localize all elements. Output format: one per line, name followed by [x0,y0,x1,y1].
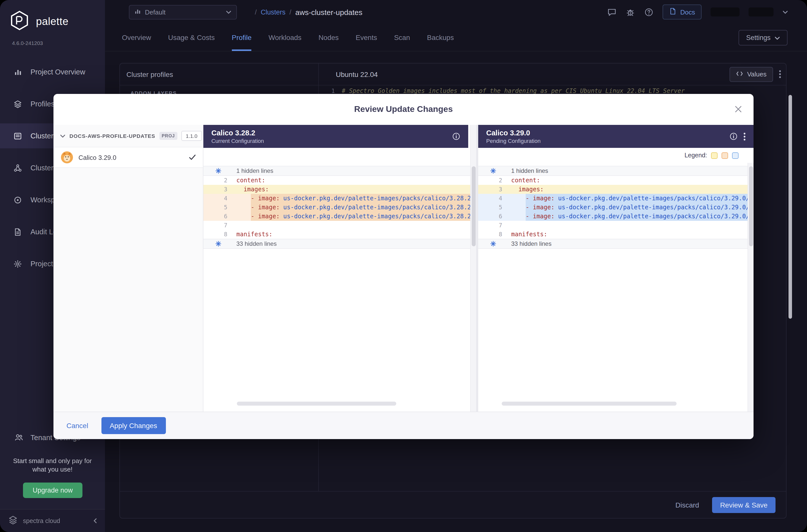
tab-profile[interactable]: Profile [231,24,251,51]
cluster-profiles-panel-title: Cluster profiles [120,63,318,85]
tab-backups[interactable]: Backups [427,24,454,51]
hidden-lines-row[interactable]: 33 hidden lines [478,239,753,249]
hidden-lines-row[interactable]: 1 hidden lines [203,166,476,176]
topbar: Default / Clusters / aws-cluster-updates… [105,0,807,24]
hidden-lines-row[interactable]: 1 hidden lines [478,166,753,176]
modal-body: DOCS-AWS-PROFILE-UPDATES PROJ 1.1.0 Cal [54,125,753,412]
brand-name: palette [36,16,69,27]
diff-line: 2 content: [478,176,753,185]
vertical-scrollbar[interactable] [470,125,476,412]
review-save-button[interactable]: Review & Save [712,497,775,513]
hidden-lines-row[interactable]: 33 hidden lines [203,239,476,249]
line-number: 3 [203,185,232,194]
modal-footer: Cancel Apply Changes [54,412,753,439]
scrollbar-thumb[interactable] [749,166,753,246]
apply-changes-button[interactable]: Apply Changes [101,417,166,434]
tab-usage-costs[interactable]: Usage & Costs [168,24,215,51]
modal-header: Review Update Changes [54,94,753,125]
expand-icon[interactable] [215,168,221,174]
values-button[interactable]: Values [730,67,773,82]
cluster-tabs-row: Overview Usage & Costs Profile Workloads… [105,24,807,52]
app-window: palette 4.6.0-241203 Project Overview Pr… [0,0,807,532]
settings-button[interactable]: Settings [738,30,788,45]
tab-nodes[interactable]: Nodes [319,24,339,51]
line-number: 4 [478,194,507,203]
current-pane-title: Calico 3.28.2 [211,129,264,137]
hidden-lines-label: 1 hidden lines [511,166,548,175]
upgrade-now-button[interactable]: Upgrade now [23,482,82,498]
diff-line: 7 [203,221,476,230]
pending-pane-code: 1 hidden lines 2 content: 3 images: 4 - … [478,163,753,412]
sidebar-item-label: Project Overview [31,68,85,76]
line-number: 8 [203,230,232,239]
current-pane-subtitle: Current Configuration [211,137,264,144]
docs-button[interactable]: Docs [663,4,701,19]
pack-list-item-calico[interactable]: Calico 3.29.0 [54,147,203,168]
line-number: 2 [203,176,232,185]
expand-icon[interactable] [490,168,496,174]
diff-line: 3 images: [203,185,476,194]
user-info-redacted[interactable] [711,7,739,17]
editor-line-number: 1 [319,88,342,94]
discard-button[interactable]: Discard [675,501,699,509]
tab-overview[interactable]: Overview [122,24,151,51]
pack-header: Ubuntu 22.04 Values [318,63,786,85]
bar-chart-mini-icon [134,8,141,16]
scrollbar-thumb[interactable] [472,166,476,246]
user-menu-chevron-icon[interactable] [783,10,788,14]
chat-icon[interactable] [607,7,617,17]
user-name-redacted[interactable] [749,7,773,17]
page-scrollbar[interactable] [789,95,792,319]
breadcrumb: / Clusters / aws-cluster-updates [255,8,362,16]
collapse-sidebar-icon[interactable] [93,518,97,524]
pack-kebab-menu-icon[interactable] [779,70,781,78]
modal-title: Review Update Changes [354,104,453,114]
vertical-scrollbar[interactable] [748,163,753,412]
layers-icon [13,99,22,109]
breadcrumb-separator: / [255,8,257,16]
tab-scan[interactable]: Scan [394,24,410,51]
legend-bar: Legend: [478,148,753,163]
expand-icon[interactable] [215,241,221,247]
legend-swatch-2 [732,152,738,158]
diff-line: 8 manifests: [203,230,476,239]
project-selector-value: Default [145,8,165,16]
tab-events[interactable]: Events [356,24,377,51]
close-icon[interactable] [735,106,742,112]
diff-line: 8 manifests: [478,230,753,239]
pending-pane-subtitle: Pending Configuration [486,137,541,144]
legend: Legend: [684,152,738,159]
chevron-down-icon[interactable] [60,134,65,138]
info-icon[interactable] [730,132,737,140]
profile-name: DOCS-AWS-PROFILE-UPDATES [70,133,155,139]
diff-line: 7 [478,221,753,230]
help-icon[interactable] [644,7,654,17]
tab-workloads[interactable]: Workloads [268,24,302,51]
info-icon[interactable] [452,132,460,140]
diff-line: 2 content: [203,176,476,185]
sidebar-item-label: Profiles [31,100,55,108]
bug-icon[interactable] [626,7,635,17]
line-number: 8 [478,230,507,239]
kebab-menu-icon[interactable] [744,132,746,140]
line-number: 2 [478,176,507,185]
diff-line: 4 - image: us-docker.pkg.dev/palette-ima… [478,194,753,203]
legend-label: Legend: [684,152,707,159]
palette-logo-icon [9,10,30,33]
diff-line: 5 - image: us-docker.pkg.dev/palette-ima… [203,203,476,212]
legend-swatch-0 [711,152,717,158]
horizontal-scrollbar-thumb[interactable] [502,402,677,406]
people-icon [14,433,23,442]
current-pane-code: 1 hidden lines 2 content: 3 images: 4 - … [203,163,476,412]
breadcrumb-current-page: aws-cluster-updates [295,8,362,16]
profile-tree-header[interactable]: DOCS-AWS-PROFILE-UPDATES PROJ 1.1.0 [54,125,203,147]
sidebar-item-project-overview[interactable]: Project Overview [0,59,105,84]
breadcrumb-clusters-link[interactable]: Clusters [261,8,286,16]
horizontal-scrollbar-thumb[interactable] [237,402,396,406]
cancel-button[interactable]: Cancel [67,422,88,430]
sidebar-item-label: Clusters [31,132,57,140]
project-selector[interactable]: Default [129,5,237,19]
card-footer: Discard Review & Save [120,491,786,518]
pending-pane-title: Calico 3.29.0 [486,129,541,137]
expand-icon[interactable] [490,241,496,247]
